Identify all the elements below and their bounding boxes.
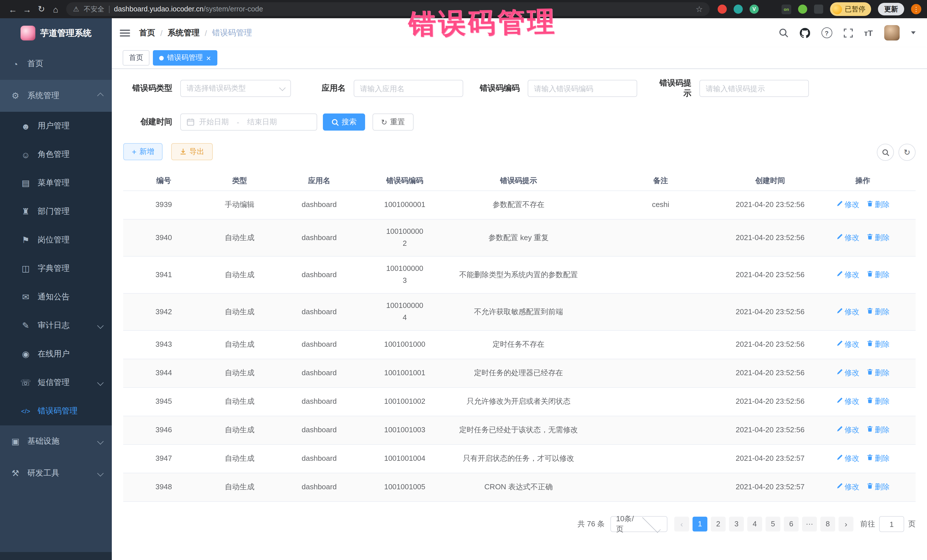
tab-active[interactable]: 错误码管理× [153,50,217,65]
delete-link[interactable]: 删除 [866,367,890,379]
delete-link[interactable]: 删除 [866,396,890,408]
sidebar-item-online-users[interactable]: ◉在线用户 [0,340,112,369]
sidebar-item-audit-log[interactable]: ✎审计日志 [0,311,112,340]
sidebar-item-infra[interactable]: ▣基础设施 [0,425,112,457]
forward-icon[interactable]: → [20,4,34,14]
cell-remark: ceshi [591,191,730,219]
page-button-4[interactable]: 4 [747,517,762,531]
error-type-select[interactable]: 请选择错误码类型 [180,80,291,97]
font-size-icon[interactable]: тT [864,28,873,37]
edit-link[interactable]: 修改 [836,199,859,211]
update-button[interactable]: 更新 [878,3,904,15]
page-button-8[interactable]: 8 [820,517,835,531]
edit-link[interactable]: 修改 [836,232,859,244]
extension-grid-icon[interactable] [766,5,775,14]
search-button[interactable]: 搜索 [323,114,365,131]
edit-link[interactable]: 修改 [836,306,859,318]
security-label[interactable]: 不安全 [84,4,104,14]
sidebar-item-tools[interactable]: ⚒研发工具 [0,457,112,489]
delete-link[interactable]: 删除 [866,453,890,465]
sidebar-item-dashboard[interactable]: ◔首页 [0,48,112,80]
edit-link[interactable]: 修改 [836,424,859,436]
proxy-on-icon[interactable]: on [781,4,791,14]
delete-link[interactable]: 删除 [866,232,890,244]
tab-item[interactable]: 首页 [123,50,149,65]
table-row: 3947自动生成dashboard1001001004只有开启状态的任务，才可以… [123,445,916,473]
github-icon[interactable] [799,28,810,38]
sidebar-item-sms[interactable]: ☏短信管理 [0,369,112,397]
sidebar-item-post[interactable]: ⚑岗位管理 [0,226,112,254]
delete-link[interactable]: 删除 [866,339,890,351]
delete-link[interactable]: 删除 [866,269,890,281]
page-button-6[interactable]: 6 [784,517,799,531]
app-name-input[interactable] [354,80,463,97]
sidebar-item-user[interactable]: ☻用户管理 [0,112,112,140]
edit-link[interactable]: 修改 [836,269,859,281]
toggle-search-button[interactable] [877,144,894,161]
error-hint-input[interactable] [699,80,809,97]
search-icon[interactable] [778,28,788,38]
prev-page-button[interactable]: ‹ [674,517,689,531]
page-button-3[interactable]: 3 [729,517,744,531]
page-button-1[interactable]: 1 [693,517,707,531]
page-size-select[interactable]: 10条/页 [610,516,667,532]
more-pages-button[interactable]: ··· [802,517,817,531]
url-text[interactable]: dashboard.yudao.iocoder.cn/system/error-… [114,5,263,13]
delete-link[interactable]: 删除 [866,424,890,436]
edit-link[interactable]: 修改 [836,339,859,351]
sidebar-item-dict[interactable]: ◫字典管理 [0,254,112,283]
sidebar-item-label: 用户管理 [38,121,70,131]
refresh-table-button[interactable]: ↻ [898,144,916,161]
extension-dark-icon[interactable] [814,5,823,14]
breadcrumb-item[interactable]: 系统管理 [168,28,200,38]
next-page-button[interactable]: › [839,517,853,531]
address-bar[interactable]: ⚠ 不安全 dashboard.yudao.iocoder.cn/system/… [66,2,710,16]
tab-close-icon[interactable]: × [206,54,211,62]
extension-green-icon[interactable] [798,5,807,14]
edit-link[interactable]: 修改 [836,396,859,408]
sidebar-item-code[interactable]: </>错误码管理 [0,397,112,425]
delete-link[interactable]: 删除 [866,199,890,211]
bookmark-star-icon[interactable]: ☆ [696,5,703,14]
profile-sync-paused-chip[interactable]: 已暂停 [830,2,871,16]
logo[interactable]: 芋道管理系统 [0,18,112,48]
extension-teal-icon[interactable] [734,5,743,14]
edit-link[interactable]: 修改 [836,481,859,493]
add-button[interactable]: + 新增 [123,143,163,160]
vue-devtools-icon[interactable]: V [749,5,759,14]
table-row: 3941自动生成dashboard1001000003不能删除类型为系统内置的参… [123,256,916,293]
sidebar-item-roles[interactable]: ☺角色管理 [0,140,112,169]
sidebar-item-announce[interactable]: ✉通知公告 [0,283,112,311]
caret-down-icon[interactable] [911,31,916,34]
reset-button[interactable]: ↻ 重置 [372,114,413,131]
page-button-2[interactable]: 2 [711,517,726,531]
reload-icon[interactable]: ↻ [34,4,49,14]
avatar[interactable] [884,25,900,41]
delete-link[interactable]: 删除 [866,481,890,493]
sidebar-item-org-tree[interactable]: ♜部门管理 [0,197,112,226]
edit-link[interactable]: 修改 [836,453,859,465]
delete-link[interactable]: 删除 [866,306,890,318]
edit-icon [836,367,843,379]
sidebar-item-menu-list[interactable]: ▤菜单管理 [0,169,112,197]
goto-page-input[interactable] [879,516,904,532]
roles-icon: ☺ [20,150,32,159]
export-button[interactable]: 导出 [171,143,213,160]
cell-id: 3944 [123,359,204,387]
cell-code: 1001001000 [363,331,446,359]
sidebar-item-gear[interactable]: ⚙系统管理 [0,80,112,112]
back-icon[interactable]: ← [6,4,20,14]
error-code-input[interactable] [528,80,637,97]
hamburger-icon[interactable] [120,29,130,36]
date-range-picker[interactable]: 开始日期 - 结束日期 [180,114,317,131]
fullscreen-icon[interactable] [843,28,853,37]
browser-menu-icon[interactable]: ⋮ [911,4,921,14]
extension-red-icon[interactable] [718,5,727,14]
page-button-5[interactable]: 5 [766,517,780,531]
sidebar-collapse-bar[interactable] [0,552,112,560]
edit-link[interactable]: 修改 [836,367,859,379]
breadcrumb-item[interactable]: 首页 [139,28,155,38]
edit-icon [836,269,843,281]
home-icon[interactable]: ⌂ [49,4,63,14]
help-icon[interactable]: ? [821,27,832,38]
